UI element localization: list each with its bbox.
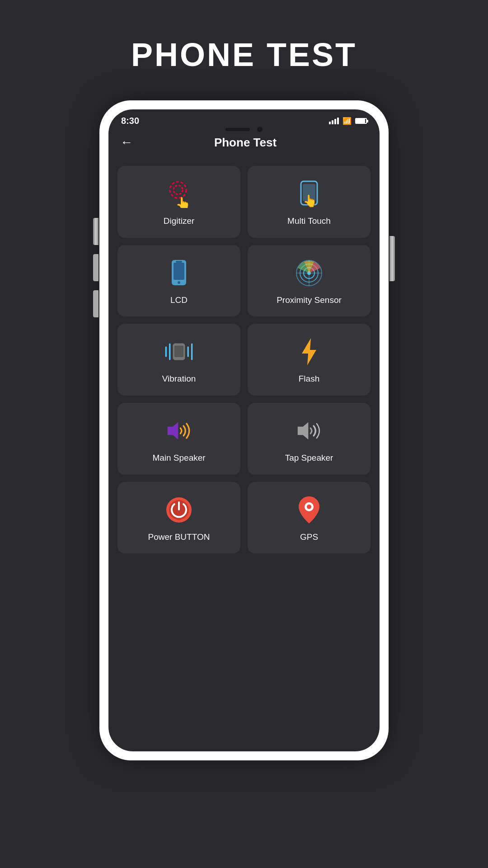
gps-label: GPS (300, 532, 318, 543)
power-button-label: Power BUTTON (148, 532, 210, 543)
grid-item-digitizer[interactable]: 👆 Digitizer (117, 166, 240, 238)
digitizer-icon: 👆 (164, 179, 193, 208)
page-title: PHONE TEST (131, 36, 357, 73)
grid-item-lcd[interactable]: LCD (117, 245, 240, 317)
lcd-label: LCD (170, 295, 188, 306)
wifi-icon: 📶 (343, 117, 352, 125)
app-bar-title: Phone Test (136, 136, 355, 150)
flash-icon (295, 337, 324, 366)
grid-item-vibration[interactable]: Vibration (117, 324, 240, 396)
digitizer-label: Digitizer (164, 216, 195, 227)
multi-touch-icon: 👆 (295, 179, 324, 208)
svg-point-0 (170, 182, 186, 198)
content-area: 👆 Digitizer 👆 (108, 161, 380, 751)
notch-speaker (225, 128, 250, 131)
svg-point-1 (174, 185, 183, 194)
proximity-sensor-icon (295, 259, 324, 288)
test-grid: 👆 Digitizer 👆 (117, 166, 371, 553)
notch (208, 123, 280, 136)
svg-marker-24 (298, 422, 309, 440)
phone-frame: 8:30 📶 ← Phone Test (99, 100, 389, 760)
vibration-icon (164, 337, 193, 366)
grid-item-flash[interactable]: Flash (248, 324, 371, 396)
grid-item-main-speaker[interactable]: Main Speaker (117, 403, 240, 475)
svg-rect-19 (174, 346, 183, 357)
tap-speaker-label: Tap Speaker (285, 453, 333, 464)
grid-item-multi-touch[interactable]: 👆 Multi Touch (248, 166, 371, 238)
battery-icon (355, 118, 367, 124)
svg-marker-23 (168, 422, 178, 440)
svg-point-8 (178, 281, 180, 284)
main-speaker-icon (164, 416, 193, 445)
svg-rect-9 (176, 261, 182, 263)
grid-item-power-button[interactable]: Power BUTTON (117, 482, 240, 554)
signal-icon (329, 118, 339, 124)
main-speaker-label: Main Speaker (152, 453, 205, 464)
svg-text:👆: 👆 (175, 196, 191, 208)
vibration-label: Vibration (162, 373, 196, 385)
lcd-icon (164, 259, 193, 288)
grid-item-proximity-sensor[interactable]: Proximity Sensor (248, 245, 371, 317)
status-icons: 📶 (329, 117, 367, 125)
notch-camera (257, 127, 263, 132)
power-button-icon (164, 495, 193, 524)
svg-marker-22 (302, 338, 316, 365)
back-button[interactable]: ← (117, 132, 136, 152)
status-time: 8:30 (121, 116, 139, 126)
grid-item-gps[interactable]: GPS (248, 482, 371, 554)
phone-inner: 8:30 📶 ← Phone Test (108, 109, 380, 751)
gps-icon (295, 495, 324, 524)
tap-speaker-icon (295, 416, 324, 445)
flash-label: Flash (299, 373, 319, 385)
grid-item-tap-speaker[interactable]: Tap Speaker (248, 403, 371, 475)
multi-touch-label: Multi Touch (287, 216, 331, 227)
svg-rect-7 (174, 263, 184, 280)
svg-point-28 (307, 505, 311, 509)
proximity-sensor-label: Proximity Sensor (277, 295, 342, 306)
svg-text:👆: 👆 (303, 193, 318, 208)
